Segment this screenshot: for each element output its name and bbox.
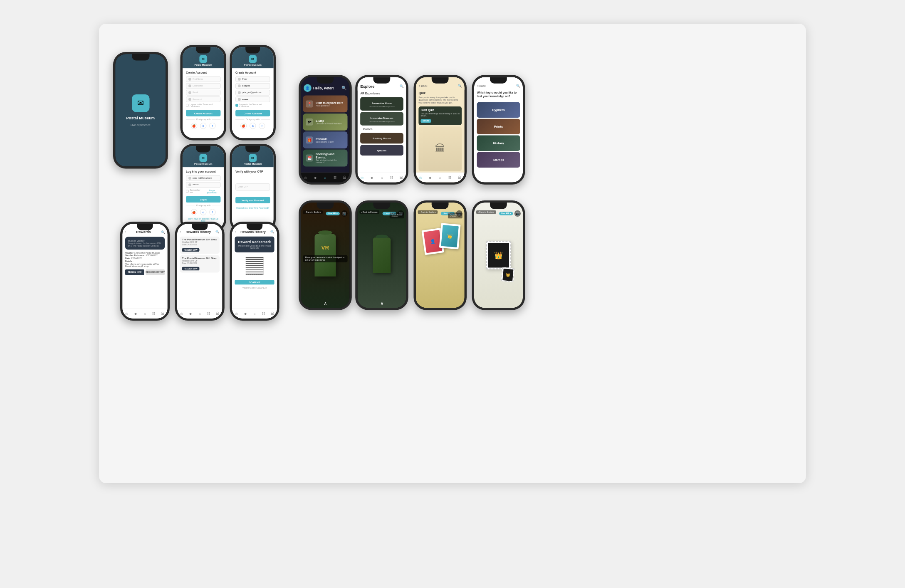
nav-explore[interactable]: ◎ bbox=[359, 175, 365, 180]
explore-card-puzzle[interactable]: Exciting Puzzle bbox=[360, 133, 403, 144]
last-name-input[interactable]: Last Name bbox=[186, 83, 220, 89]
email-input[interactable]: Email bbox=[186, 90, 220, 96]
apple-login[interactable]: 🍎 bbox=[191, 123, 197, 129]
home-card-map[interactable]: 🗺 E-Map Direction to Postal Museum bbox=[303, 114, 347, 131]
topic-cyphers[interactable]: Cyphers bbox=[477, 102, 520, 118]
resend-link[interactable]: Resend your One Time Password? bbox=[235, 207, 270, 209]
search-icon[interactable]: 🔍 bbox=[458, 84, 462, 88]
explore-card-quizzes[interactable]: Quizzes bbox=[360, 145, 403, 156]
back-button[interactable]: ‹ bbox=[180, 230, 181, 234]
nav-calendar[interactable]: ☷ bbox=[206, 311, 212, 317]
search-icon[interactable]: 🔍 bbox=[341, 86, 347, 91]
redeem-button[interactable]: REDEEM NOW bbox=[125, 269, 144, 275]
password-input[interactable]: Password bbox=[186, 96, 220, 102]
verify-button[interactable]: Verify and Proceed bbox=[235, 197, 270, 203]
google-login[interactable]: G bbox=[200, 209, 206, 215]
nav-museum[interactable]: 🏛 bbox=[398, 175, 404, 180]
form-title: Create Account bbox=[186, 71, 220, 74]
history-date-1: Date: 24/03/2022 bbox=[182, 244, 218, 246]
quiz-start-card[interactable]: Start Quiz Test your knowledge about his… bbox=[418, 106, 462, 125]
create-account-button[interactable]: Create Account bbox=[235, 110, 270, 116]
email-login-input[interactable]: peter_red@gmail.com bbox=[186, 175, 220, 181]
home-screen: 👤 Hello, Peter! 🔍 📍 Start to explore her… bbox=[301, 77, 349, 182]
create-account-button[interactable]: Create Account bbox=[186, 110, 220, 116]
password-filled[interactable]: •••••••• bbox=[235, 96, 270, 102]
phone-rewards: ‹ Rewards 🔍 Museum Voucher Congratulatio… bbox=[120, 222, 170, 321]
back-button[interactable]: ‹ bbox=[235, 230, 235, 234]
phone-rewards-history: ‹ Rewards History 🔍 The Postal Museum Gi… bbox=[175, 222, 225, 321]
last-name-filled[interactable]: Badgers bbox=[235, 83, 270, 89]
nav-map[interactable]: ◆ bbox=[133, 311, 139, 317]
home-card-ar[interactable]: 📍 Start to explore here AR experience bbox=[303, 96, 347, 113]
redeem-btn-2[interactable]: REDEEM NOW bbox=[182, 267, 199, 271]
nav-museum[interactable]: 🏛 bbox=[215, 311, 221, 317]
login-button[interactable]: Login bbox=[186, 196, 220, 203]
nav-map[interactable]: ◆ bbox=[188, 311, 194, 317]
explore-card-immersive-home[interactable]: Immersive Home Click here to start AR ex… bbox=[360, 97, 403, 111]
history-body: The Postal Museum Gift Shop Voucher: 10%… bbox=[177, 235, 223, 309]
search-icon[interactable]: 🔍 bbox=[270, 230, 274, 234]
nav-museum[interactable]: 🏛 bbox=[342, 175, 348, 180]
terms-checkbox[interactable] bbox=[186, 104, 188, 107]
first-name-input[interactable]: First Name bbox=[186, 77, 220, 82]
nav-calendar[interactable]: ☷ bbox=[447, 175, 453, 180]
scan-me-button[interactable]: SCAN ME bbox=[235, 280, 274, 284]
search-icon[interactable]: 🔍 bbox=[516, 84, 520, 88]
facebook-login[interactable]: f bbox=[209, 209, 215, 215]
nav-explore[interactable]: ◎ bbox=[418, 175, 424, 180]
nav-map[interactable]: ◆ bbox=[369, 175, 375, 180]
nav-home[interactable]: ⌂ bbox=[379, 175, 385, 180]
google-login[interactable]: G bbox=[250, 123, 256, 129]
nav-explore[interactable]: ◎ bbox=[179, 311, 185, 317]
nav-map[interactable]: ◆ bbox=[242, 311, 248, 317]
social-login: 🍎 G f bbox=[235, 123, 270, 129]
begin-button[interactable]: BEGIN bbox=[421, 119, 431, 123]
home-card-bookings[interactable]: 📅 Bookings and Events. Get a ticket to v… bbox=[303, 150, 347, 167]
nav-museum[interactable]: 🏛 bbox=[457, 175, 462, 180]
search-icon[interactable]: 🔍 bbox=[161, 230, 165, 234]
search-icon[interactable]: 🔍 bbox=[400, 84, 403, 88]
back-button[interactable]: ‹ bbox=[125, 230, 126, 234]
apple-login[interactable]: 🍎 bbox=[191, 209, 197, 215]
terms-checkbox[interactable] bbox=[235, 104, 238, 107]
nav-home[interactable]: ⌂ bbox=[322, 175, 328, 180]
nav-explore[interactable]: ◎ bbox=[303, 175, 309, 180]
email-filled[interactable]: peter_red@gmail.com bbox=[235, 90, 270, 96]
password-login-input[interactable]: •••••••• bbox=[186, 182, 220, 188]
prints-label: Prints bbox=[494, 125, 503, 128]
nav-museum[interactable]: 🏛 bbox=[160, 311, 166, 317]
nav-explore[interactable]: ◎ bbox=[234, 311, 240, 317]
back-button[interactable]: < Back bbox=[418, 84, 427, 88]
nav-calendar[interactable]: ☷ bbox=[332, 175, 338, 180]
otp-input[interactable]: Enter OTP bbox=[235, 183, 270, 190]
facebook-login[interactable]: f bbox=[209, 123, 215, 129]
nav-calendar[interactable]: ☷ bbox=[389, 175, 395, 180]
remember-checkbox[interactable] bbox=[186, 190, 189, 193]
topic-prints[interactable]: Prints bbox=[477, 119, 520, 134]
nav-home[interactable]: ⌂ bbox=[437, 175, 443, 180]
create-account-screen-1: ✉ Petrie Museum Create Account First Nam… bbox=[183, 47, 224, 138]
search-icon[interactable]: 🔍 bbox=[215, 230, 219, 234]
nav-calendar[interactable]: ☷ bbox=[151, 311, 157, 317]
nav-home[interactable]: ⌂ bbox=[142, 311, 148, 317]
nav-home[interactable]: ⌂ bbox=[252, 311, 257, 317]
back-button[interactable]: < Back bbox=[477, 84, 486, 88]
rewards-history-button[interactable]: REWARDS HISTORY bbox=[146, 269, 165, 275]
nav-map[interactable]: ◆ bbox=[428, 175, 433, 180]
apple-login[interactable]: 🍎 bbox=[240, 123, 247, 129]
nav-map[interactable]: ◆ bbox=[313, 175, 319, 180]
forgot-password-link[interactable]: Forgot password? bbox=[204, 190, 221, 194]
immersive-home-title: Immersive Home bbox=[369, 100, 395, 106]
nav-explore[interactable]: ◎ bbox=[124, 311, 130, 317]
nav-home[interactable]: ⌂ bbox=[197, 311, 203, 317]
redeem-btn-1[interactable]: REDEEM NOW bbox=[182, 248, 199, 252]
explore-card-immersive-museum[interactable]: Immersive Museum Click here to start AR … bbox=[360, 112, 403, 126]
first-name-filled[interactable]: Peter bbox=[235, 77, 270, 82]
google-login[interactable]: G bbox=[200, 123, 206, 129]
topic-history[interactable]: History bbox=[477, 135, 520, 151]
nav-calendar[interactable]: ☷ bbox=[261, 311, 267, 317]
home-card-rewards[interactable]: 🎁 Rewards Special gifts to get! bbox=[303, 131, 347, 148]
nav-museum[interactable]: 🏛 bbox=[270, 311, 276, 317]
facebook-login[interactable]: f bbox=[259, 123, 265, 129]
topic-stamps[interactable]: Stamps bbox=[477, 152, 520, 167]
